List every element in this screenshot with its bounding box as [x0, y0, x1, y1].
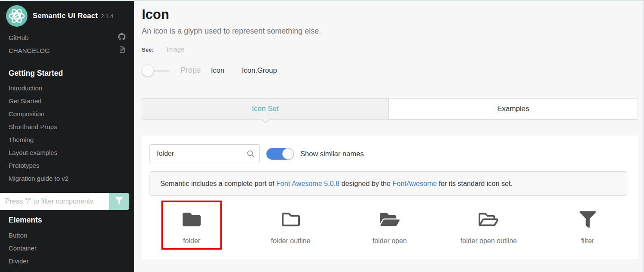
props-label: Props: [180, 66, 201, 75]
sidebar-item-get-started[interactable]: Get Started: [0, 95, 134, 108]
tab-icon-set[interactable]: Icon Set: [142, 98, 389, 120]
sidebar-link-changelog[interactable]: CHANGELOG: [0, 44, 134, 57]
props-menu-icon-group[interactable]: Icon.Group: [242, 66, 277, 74]
sidebar-item-container[interactable]: Container: [0, 242, 134, 255]
search-icon: [247, 150, 259, 158]
page-title: Icon: [142, 7, 169, 22]
filter-funnel-icon: [580, 210, 596, 229]
see-link-image[interactable]: Image: [166, 46, 184, 53]
see-label: See:: [142, 46, 153, 53]
github-icon: [118, 33, 125, 42]
sidebar: S Semantic UI React 2.1.4 GitHub CHANGEL…: [0, 0, 134, 272]
icon-cell-folder-open[interactable]: folder open: [340, 200, 439, 254]
logo-row[interactable]: S Semantic UI React 2.1.4: [0, 0, 134, 30]
filter-icon: [116, 197, 123, 206]
folder-icon: [183, 210, 201, 229]
message-text-middle: designed by the: [339, 179, 392, 187]
message-text-prefix: Semantic includes a complete port of: [160, 179, 276, 187]
sidebar-section-getting-started: Getting Started: [0, 69, 134, 78]
icon-results-grid: folder folder outline folder open folder…: [142, 200, 637, 254]
show-similar-toggle-knob: [282, 148, 294, 160]
component-filter-button[interactable]: [109, 193, 129, 210]
sidebar-item-introduction[interactable]: Introduction: [0, 82, 134, 95]
show-similar-label: Show similar names: [300, 150, 364, 158]
icon-cell-folder[interactable]: folder: [142, 200, 241, 254]
folder-open-icon: [380, 210, 400, 229]
see-also-row: See: Image: [142, 46, 184, 53]
page-subtitle: An icon is a glyph used to represent som…: [142, 27, 321, 36]
message-text-suffix: for its standard icon set.: [437, 179, 513, 187]
icon-cell-filter[interactable]: filter: [538, 200, 637, 254]
svg-text:S: S: [15, 13, 18, 19]
icon-search-input[interactable]: [150, 150, 247, 158]
sidebar-item-theming[interactable]: Theming: [0, 133, 134, 146]
window-edge-top: [0, 0, 644, 1]
icon-set-panel: Show similar names Semantic includes a c…: [141, 136, 638, 259]
font-awesome-version-link[interactable]: Font Awesome 5.0.8: [276, 179, 339, 187]
icon-cell-folder-open-outline[interactable]: folder open outline: [439, 200, 538, 254]
sidebar-item-divider[interactable]: Divider: [0, 255, 134, 268]
folder-open-outline-icon: [479, 210, 498, 229]
sidebar-item-button[interactable]: Button: [0, 229, 134, 242]
component-filter-input[interactable]: [0, 193, 109, 210]
tab-bar: Icon Set Examples: [142, 98, 638, 120]
tab-examples[interactable]: Examples: [389, 98, 638, 120]
main-content: Icon An icon is a glyph used to represen…: [134, 0, 644, 272]
sidebar-section-elements: Elements: [0, 216, 134, 225]
props-menu-icon[interactable]: Icon: [211, 66, 224, 74]
sidebar-item-shorthand-props[interactable]: Shorthand Props: [0, 121, 134, 133]
sidebar-item-composition[interactable]: Composition: [0, 108, 134, 121]
component-filter-search: [0, 193, 129, 210]
app-version: 2.1.4: [101, 13, 113, 19]
sidebar-item-layout-examples[interactable]: Layout examples: [0, 146, 134, 159]
sidebar-item-prototypes[interactable]: Prototypes: [0, 159, 134, 172]
app-title: Semantic UI React: [33, 12, 98, 20]
folder-outline-icon: [282, 210, 300, 229]
font-awesome-message: Semantic includes a complete port of Fon…: [150, 171, 627, 196]
file-document-icon: [119, 46, 125, 55]
sidebar-item-migration-guide[interactable]: Migration guide to v2: [0, 172, 134, 185]
icon-search-box: [150, 144, 260, 163]
sidebar-link-github[interactable]: GitHub: [0, 31, 134, 44]
font-awesome-link[interactable]: FontAwesome: [393, 179, 437, 187]
props-toggle[interactable]: [142, 65, 154, 77]
semantic-ui-logo-icon: S: [6, 5, 27, 27]
icon-cell-folder-outline[interactable]: folder outline: [241, 200, 340, 254]
show-similar-toggle[interactable]: [266, 148, 294, 160]
active-tab-caret: [262, 115, 269, 123]
